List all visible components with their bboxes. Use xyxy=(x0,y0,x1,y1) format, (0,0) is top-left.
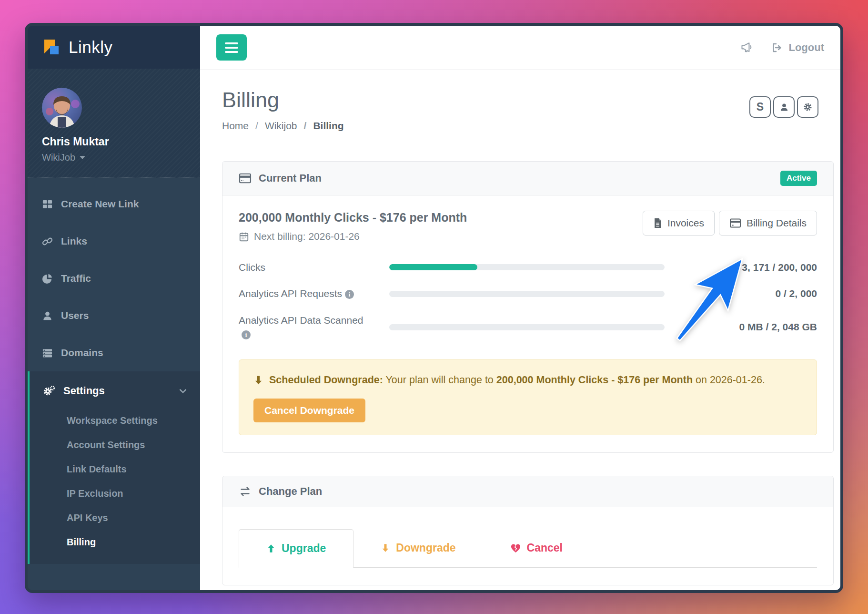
alert-text-after: on 2026-01-26. xyxy=(693,374,765,386)
api-data-progress-bar xyxy=(389,324,665,330)
avatar[interactable] xyxy=(42,88,82,128)
breadcrumb-home[interactable]: Home xyxy=(222,120,249,132)
sidebar-item-label: Traffic xyxy=(61,273,91,284)
page-header: Billing Home Wikijob Billing S xyxy=(200,70,840,144)
current-plan-title: Current Plan xyxy=(259,172,322,184)
cancel-downgrade-button[interactable]: Cancel Downgrade xyxy=(253,399,365,422)
tab-label: Cancel xyxy=(527,542,563,554)
pie-chart-icon xyxy=(42,273,53,284)
sidebar-item-label: Domains xyxy=(61,347,103,358)
sidebar-item-users[interactable]: Users xyxy=(28,297,200,334)
topbar: Logout xyxy=(200,26,840,70)
clicks-progress-bar xyxy=(389,264,665,270)
breadcrumb-current: Billing xyxy=(297,120,344,132)
logout-label: Logout xyxy=(788,41,824,54)
gears-icon xyxy=(43,385,55,397)
link-icon xyxy=(42,236,53,247)
sidebar-item-create-new-link[interactable]: Create New Link xyxy=(28,185,200,223)
chevron-down-icon xyxy=(178,386,188,396)
info-icon[interactable] xyxy=(345,290,354,299)
gear-icon xyxy=(803,102,813,112)
arrow-up-icon xyxy=(266,543,276,553)
sidebar-item-label: Create New Link xyxy=(61,198,139,210)
sidebar-item-links[interactable]: Links xyxy=(28,223,200,260)
server-icon xyxy=(42,348,53,358)
plan-name: 200,000 Monthly Clicks - $176 per Month xyxy=(239,211,467,225)
brand-logo[interactable]: Linkly xyxy=(28,26,200,69)
invoices-label: Invoices xyxy=(667,217,704,229)
settings-section: Settings Workspace Settings Account Sett… xyxy=(28,371,200,564)
usage-list: Clicks 3, 171 / 200, 000 Analytics API R… xyxy=(239,260,817,341)
stripe-button[interactable]: S xyxy=(749,96,771,118)
header-quick-buttons: S xyxy=(749,96,818,118)
exchange-icon xyxy=(239,486,252,497)
main-area: Logout Billing Home Wikijob Billing S xyxy=(200,26,840,590)
invoices-button[interactable]: Invoices xyxy=(643,211,715,235)
tab-upgrade[interactable]: Upgrade xyxy=(239,529,353,568)
sidebar-toggle-button[interactable] xyxy=(216,34,247,61)
sidebar-subitem-account-settings[interactable]: Account Settings xyxy=(30,433,200,457)
alert-text-before: Your plan will change to xyxy=(383,374,496,386)
linkly-logo-icon xyxy=(42,38,61,57)
logout-button[interactable]: Logout xyxy=(771,41,824,54)
settings-button[interactable] xyxy=(797,96,818,118)
alert-plan-name: 200,000 Monthly Clicks - $176 per Month xyxy=(496,374,693,386)
arrow-down-icon xyxy=(253,375,263,385)
app-window: Linkly xyxy=(25,23,843,593)
broken-heart-icon xyxy=(510,543,521,553)
info-icon[interactable] xyxy=(242,330,251,339)
sidebar-item-settings[interactable]: Settings xyxy=(30,371,200,409)
sidebar-item-label: Settings xyxy=(63,385,105,397)
sidebar-subitem-link-defaults[interactable]: Link Defaults xyxy=(30,457,200,481)
tab-cancel[interactable]: Cancel xyxy=(483,529,590,567)
caret-down-icon xyxy=(80,156,85,159)
usage-row-api-requests: Analytics API Requests 0 / 2, 000 xyxy=(239,287,817,300)
usage-label: Analytics API Requests xyxy=(239,288,342,299)
sidebar-item-label: Users xyxy=(61,310,89,321)
sidebar-subitem-ip-exclusion[interactable]: IP Exclusion xyxy=(30,481,200,506)
sidebar: Linkly xyxy=(28,26,200,590)
sidebar-item-label: Links xyxy=(61,235,87,247)
current-plan-header: Current Plan Active xyxy=(222,162,833,195)
breadcrumb: Home Wikijob Billing xyxy=(222,120,344,132)
billing-details-label: Billing Details xyxy=(747,217,807,229)
alert-title: Scheduled Downgrade: xyxy=(269,374,383,386)
desktop-background: { "colors": { "accent_green": "#1bb796",… xyxy=(0,0,868,614)
user-block: Chris Muktar WikiJob xyxy=(28,69,200,178)
usage-row-api-data-scanned: Analytics API Data Scanned 0 MB / 2, 048… xyxy=(239,313,817,341)
usage-label: Analytics API Data Scanned xyxy=(239,315,363,326)
change-plan-card: Change Plan Upgrade xyxy=(222,476,834,585)
megaphone-icon[interactable] xyxy=(740,41,753,54)
usage-value: 0 MB / 2, 048 GB xyxy=(674,321,817,333)
change-plan-header: Change Plan xyxy=(222,476,833,507)
scheduled-downgrade-alert: Scheduled Downgrade: Your plan will chan… xyxy=(239,359,817,435)
arrow-down-icon xyxy=(381,543,390,553)
tab-downgrade[interactable]: Downgrade xyxy=(353,529,483,567)
user-icon xyxy=(42,310,53,321)
sidebar-item-domains[interactable]: Domains xyxy=(28,334,200,371)
billing-details-button[interactable]: Billing Details xyxy=(719,211,817,235)
next-billing-label: Next billing: 2026-01-26 xyxy=(254,231,360,242)
usage-value: 0 / 2, 000 xyxy=(674,288,817,299)
breadcrumb-workspace[interactable]: Wikijob xyxy=(249,120,297,132)
sidebar-menu: Create New Link Links Traffic xyxy=(28,178,200,564)
usage-label: Clicks xyxy=(239,262,265,273)
credit-card-icon xyxy=(729,218,741,228)
tab-label: Downgrade xyxy=(396,542,455,554)
credit-card-icon xyxy=(239,173,252,184)
workspace-switcher[interactable]: WikiJob xyxy=(42,152,186,163)
invoice-file-icon xyxy=(653,218,662,228)
change-plan-tabs: Upgrade Downgrade xyxy=(239,529,817,568)
sidebar-subitem-workspace-settings[interactable]: Workspace Settings xyxy=(30,409,200,433)
sidebar-item-traffic[interactable]: Traffic xyxy=(28,260,200,297)
usage-value: 3, 171 / 200, 000 xyxy=(674,262,817,273)
sidebar-subitem-api-keys[interactable]: API Keys xyxy=(30,506,200,530)
next-billing: Next billing: 2026-01-26 xyxy=(239,231,467,242)
user-name: Chris Muktar xyxy=(42,135,186,148)
brand-name: Linkly xyxy=(69,38,112,57)
usage-row-clicks: Clicks 3, 171 / 200, 000 xyxy=(239,260,817,274)
workspace-name: WikiJob xyxy=(42,152,75,163)
current-plan-card: Current Plan Active 200,000 Monthly Clic… xyxy=(222,161,834,453)
sidebar-subitem-billing[interactable]: Billing xyxy=(30,530,200,554)
account-button[interactable] xyxy=(773,96,795,118)
